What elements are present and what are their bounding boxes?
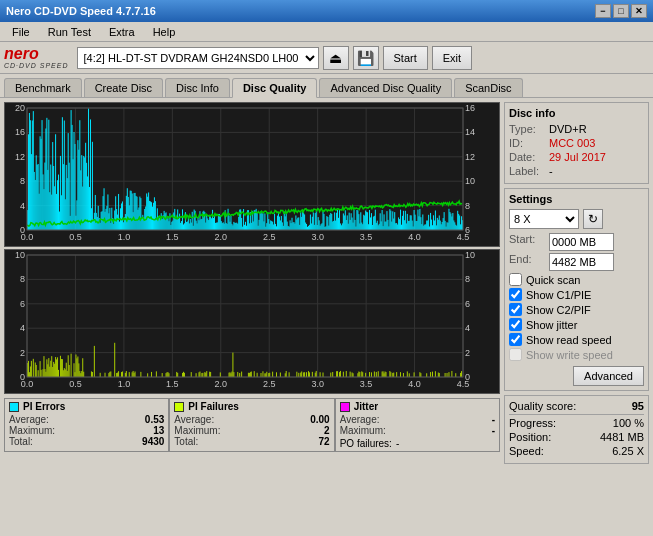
- disc-info-title: Disc info: [509, 107, 644, 119]
- tab-scan-disc[interactable]: ScanDisc: [454, 78, 522, 97]
- type-label: Type:: [509, 123, 545, 135]
- legend-area: PI Errors Average: 0.53 Maximum: 13 Tota…: [4, 396, 500, 454]
- pi-failures-legend: PI Failures Average: 0.00 Maximum: 2 Tot…: [169, 398, 334, 452]
- date-label: Date:: [509, 151, 545, 163]
- po-failures-label: PO failures:: [340, 438, 392, 449]
- settings-section: Settings 8 X ↻ Start: End: Quick scan: [504, 188, 649, 391]
- maximize-button[interactable]: □: [613, 4, 629, 18]
- chart-area: PI Errors Average: 0.53 Maximum: 13 Tota…: [4, 102, 500, 528]
- type-value: DVD+R: [549, 123, 587, 135]
- app-title: Nero CD-DVD Speed 4.7.7.16: [6, 5, 156, 17]
- menu-file[interactable]: File: [4, 24, 38, 40]
- menu-bar: File Run Test Extra Help: [0, 22, 653, 42]
- show-jitter-checkbox[interactable]: [509, 318, 522, 331]
- disc-label-value: -: [549, 165, 553, 177]
- eject-icon-button[interactable]: ⏏: [323, 46, 349, 70]
- jitter-color: [340, 402, 350, 412]
- quick-scan-checkbox[interactable]: [509, 273, 522, 286]
- tab-disc-info[interactable]: Disc Info: [165, 78, 230, 97]
- logo: nero CD·DVD SPEED: [4, 46, 69, 69]
- position-value: 4481 MB: [600, 431, 644, 443]
- speed-select[interactable]: 8 X: [509, 209, 579, 229]
- settings-title: Settings: [509, 193, 644, 205]
- tab-disc-quality[interactable]: Disc Quality: [232, 78, 318, 98]
- start-input[interactable]: [549, 233, 614, 251]
- quality-score-label: Quality score:: [509, 400, 576, 412]
- start-button[interactable]: Start: [383, 46, 428, 70]
- jitter-label: Jitter: [354, 401, 378, 412]
- disc-label-label: Label:: [509, 165, 545, 177]
- menu-help[interactable]: Help: [145, 24, 184, 40]
- bottom-chart: [4, 249, 500, 394]
- quality-progress-section: Quality score: 95 Progress: 100 % Positi…: [504, 395, 649, 464]
- minimize-button[interactable]: −: [595, 4, 611, 18]
- quick-scan-label: Quick scan: [526, 274, 580, 286]
- pi-failures-label: PI Failures: [188, 401, 239, 412]
- top-chart: [4, 102, 500, 247]
- refresh-button[interactable]: ↻: [583, 209, 603, 229]
- show-read-speed-checkbox[interactable]: [509, 333, 522, 346]
- menu-run-test[interactable]: Run Test: [40, 24, 99, 40]
- show-jitter-label: Show jitter: [526, 319, 577, 331]
- end-input[interactable]: [549, 253, 614, 271]
- pi-errors-legend: PI Errors Average: 0.53 Maximum: 13 Tota…: [4, 398, 169, 452]
- exit-button[interactable]: Exit: [432, 46, 472, 70]
- menu-extra[interactable]: Extra: [101, 24, 143, 40]
- show-c1pie-label: Show C1/PIE: [526, 289, 591, 301]
- main-content: PI Errors Average: 0.53 Maximum: 13 Tota…: [0, 98, 653, 532]
- start-label: Start:: [509, 233, 545, 251]
- jitter-legend: Jitter Average: - Maximum: - PO failures…: [335, 398, 500, 452]
- po-failures-value: -: [396, 438, 399, 449]
- nero-logo: nero: [4, 46, 69, 62]
- date-value: 29 Jul 2017: [549, 151, 606, 163]
- show-c1pie-checkbox[interactable]: [509, 288, 522, 301]
- pi-errors-label: PI Errors: [23, 401, 65, 412]
- speed-label: Speed:: [509, 445, 544, 457]
- tab-advanced-disc-quality[interactable]: Advanced Disc Quality: [319, 78, 452, 97]
- progress-value: 100 %: [613, 417, 644, 429]
- window-controls: − □ ✕: [595, 4, 647, 18]
- id-label: ID:: [509, 137, 545, 149]
- pi-failures-color: [174, 402, 184, 412]
- id-value: MCC 003: [549, 137, 595, 149]
- show-c2pif-label: Show C2/PIF: [526, 304, 591, 316]
- progress-label: Progress:: [509, 417, 556, 429]
- tab-create-disc[interactable]: Create Disc: [84, 78, 163, 97]
- position-label: Position:: [509, 431, 551, 443]
- close-button[interactable]: ✕: [631, 4, 647, 18]
- end-label: End:: [509, 253, 545, 271]
- advanced-button[interactable]: Advanced: [573, 366, 644, 386]
- quality-score-value: 95: [632, 400, 644, 412]
- speed-value: 6.25 X: [612, 445, 644, 457]
- show-read-speed-label: Show read speed: [526, 334, 612, 346]
- show-c2pif-checkbox[interactable]: [509, 303, 522, 316]
- tab-benchmark[interactable]: Benchmark: [4, 78, 82, 97]
- show-write-speed-checkbox[interactable]: [509, 348, 522, 361]
- pi-errors-color: [9, 402, 19, 412]
- tab-bar: Benchmark Create Disc Disc Info Disc Qua…: [0, 74, 653, 98]
- title-bar: Nero CD-DVD Speed 4.7.7.16 − □ ✕: [0, 0, 653, 22]
- drive-selector[interactable]: [4:2] HL-DT-ST DVDRAM GH24NSD0 LH00: [77, 47, 319, 69]
- save-icon-button[interactable]: 💾: [353, 46, 379, 70]
- right-panel: Disc info Type: DVD+R ID: MCC 003 Date: …: [504, 102, 649, 528]
- show-write-speed-label: Show write speed: [526, 349, 613, 361]
- toolbar: nero CD·DVD SPEED [4:2] HL-DT-ST DVDRAM …: [0, 42, 653, 74]
- disc-info-section: Disc info Type: DVD+R ID: MCC 003 Date: …: [504, 102, 649, 184]
- nero-sub-logo: CD·DVD SPEED: [4, 62, 69, 69]
